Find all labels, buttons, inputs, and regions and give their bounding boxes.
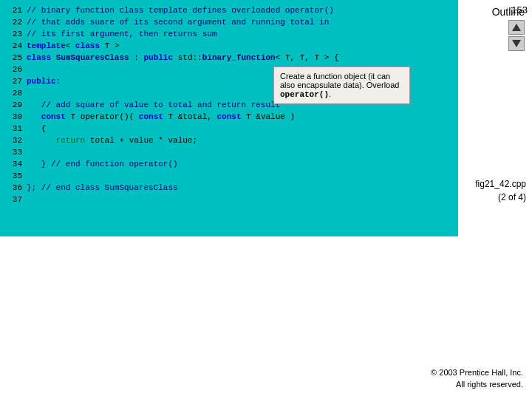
tooltip-callout: Create a function object (it can also en… <box>273 66 410 104</box>
code-line-24: 24 template< class T > <box>6 40 452 52</box>
tooltip-mono: operator() <box>280 90 329 99</box>
code-line-31: 31 { <box>6 123 452 134</box>
code-line-25: 25 class SumSquaresClass : public std::b… <box>6 52 452 64</box>
code-line-36: 36 }; // end class SumSquaresClass <box>6 182 452 194</box>
copyright-line2: All rights reserved. <box>431 378 523 390</box>
copyright: © 2003 Prentice Hall, Inc. All rights re… <box>431 366 523 390</box>
code-line-37: 37 <box>6 194 452 205</box>
nav-buttons <box>508 19 525 52</box>
code-line-33: 33 <box>6 146 452 158</box>
code-line-30: 30 const T operator()( const T &total, c… <box>6 111 452 123</box>
page-number: 153 <box>511 4 528 16</box>
code-line-22: 22 // that adds suare of its second argu… <box>6 16 452 28</box>
arrow-down-icon <box>512 40 521 47</box>
arrow-up-icon <box>512 24 521 31</box>
tooltip-text: Create a function object (it can also en… <box>280 72 399 98</box>
right-panel: 153 Outline fig21_42.cpp (2 of 4) <box>458 0 532 236</box>
code-area: 21 // binary function class template def… <box>0 0 458 236</box>
code-line-35: 35 <box>6 170 452 182</box>
code-line-34: 34 } // end function operator() <box>6 158 452 170</box>
nav-up-button[interactable] <box>508 20 525 35</box>
code-line-32: 32 return total + value * value; <box>6 134 452 146</box>
copyright-line1: © 2003 Prentice Hall, Inc. <box>431 366 523 378</box>
code-line-23: 23 // its first argument, then returns s… <box>6 28 452 40</box>
fig-label: fig21_42.cpp (2 of 4) <box>475 177 526 204</box>
code-line-21: 21 // binary function class template def… <box>6 4 452 16</box>
nav-down-button[interactable] <box>508 36 525 51</box>
main-container: 21 // binary function class template def… <box>0 0 532 399</box>
